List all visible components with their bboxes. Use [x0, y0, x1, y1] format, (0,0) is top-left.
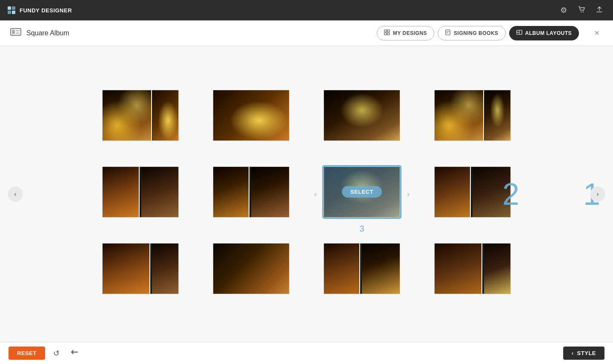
app-logo: FUNDY DESIGNER	[7, 6, 72, 15]
next-arrow-icon: ›	[596, 190, 599, 198]
header-tabs: MY DESIGNS SIGNING BOOKS ALBUM LAYOUTS	[377, 26, 579, 40]
svg-point-4	[581, 11, 581, 12]
app-name: FUNDY DESIGNER	[20, 7, 72, 14]
reset-button[interactable]: RESET	[9, 347, 45, 360]
svg-rect-9	[16, 32, 20, 34]
album-icon	[10, 27, 21, 39]
tab-signing-books[interactable]: SIGNING BOOKS	[438, 26, 506, 40]
top-navigation: FUNDY DESIGNER ⚙	[0, 0, 613, 20]
select-button[interactable]: SELECT	[342, 186, 382, 198]
layout-card-3[interactable]	[324, 90, 400, 145]
layout-card-10[interactable]	[213, 243, 289, 298]
layout-grid: SELECT ‹ › 3	[102, 90, 511, 298]
tab-my-designs-label: MY DESIGNS	[393, 30, 427, 36]
refresh-button[interactable]: ↺	[50, 347, 63, 360]
tab-my-designs[interactable]: MY DESIGNS	[377, 26, 434, 40]
layout-card-9[interactable]	[102, 243, 179, 298]
undo-button[interactable]	[68, 347, 81, 360]
svg-rect-10	[384, 30, 387, 32]
svg-rect-1	[12, 6, 15, 10]
my-designs-icon	[384, 29, 390, 37]
bottom-bar: RESET ↺ ‹ STYLE	[0, 342, 613, 364]
svg-rect-12	[384, 33, 387, 35]
tab-album-layouts[interactable]: ALBUM LAYOUTS	[509, 26, 579, 40]
page-header: Square Album MY DESIGNS SIGNI	[0, 20, 613, 46]
close-button[interactable]: ×	[591, 27, 603, 39]
style-prev-icon: ‹	[572, 350, 574, 356]
svg-rect-13	[387, 33, 390, 35]
style-label: STYLE	[577, 350, 596, 356]
svg-rect-2	[8, 11, 11, 14]
main-content: ‹	[0, 46, 613, 342]
page-title: Square Album	[26, 29, 372, 37]
undo-icon	[70, 349, 79, 358]
gear-button[interactable]: ⚙	[557, 3, 570, 17]
svg-point-5	[583, 11, 584, 12]
cart-button[interactable]	[575, 3, 588, 17]
tab-signing-books-label: SIGNING BOOKS	[454, 30, 498, 36]
prev-page-button[interactable]: ‹	[8, 186, 23, 202]
layout-card-7-selected[interactable]: SELECT ‹ › 3	[324, 166, 400, 222]
svg-rect-7	[12, 30, 15, 34]
svg-rect-0	[8, 6, 11, 10]
signing-books-icon	[445, 29, 451, 37]
logo-icon	[7, 6, 16, 15]
refresh-icon: ↺	[53, 349, 60, 358]
style-button[interactable]: ‹ STYLE	[563, 347, 604, 360]
svg-rect-3	[12, 11, 15, 14]
layout-card-5[interactable]	[102, 166, 179, 222]
cart-icon	[577, 5, 586, 16]
card-prev-icon[interactable]: ‹	[314, 189, 317, 198]
prev-arrow-icon: ‹	[14, 190, 16, 198]
layout-card-4[interactable]	[434, 90, 511, 145]
export-button[interactable]	[593, 3, 606, 17]
layout-card-11[interactable]	[324, 243, 400, 298]
large-number-2: 2	[502, 177, 519, 212]
layout-card-6[interactable]	[213, 166, 289, 222]
card-number-3: 3	[359, 224, 364, 234]
layout-card-1[interactable]	[102, 90, 179, 145]
next-page-button[interactable]: ›	[590, 186, 605, 202]
layout-card-12[interactable]	[434, 243, 511, 298]
select-overlay: SELECT	[324, 167, 400, 217]
layout-card-2[interactable]	[213, 90, 289, 145]
export-icon	[595, 5, 604, 16]
svg-rect-8	[16, 30, 20, 32]
tab-album-layouts-label: ALBUM LAYOUTS	[525, 30, 572, 36]
gear-icon: ⚙	[560, 6, 567, 15]
album-layouts-icon	[516, 29, 522, 37]
layout-card-8[interactable]	[434, 166, 511, 222]
svg-rect-11	[387, 30, 390, 32]
card-next-icon[interactable]: ›	[407, 189, 410, 198]
svg-rect-14	[446, 30, 450, 35]
